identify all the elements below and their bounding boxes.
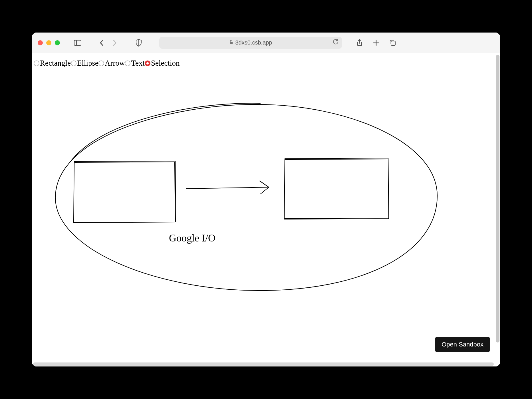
vertical-scrollbar[interactable] xyxy=(496,55,499,342)
svg-rect-5 xyxy=(391,41,395,45)
svg-rect-2 xyxy=(230,42,233,44)
titlebar-right-icons xyxy=(356,39,397,47)
svg-line-6 xyxy=(186,187,269,189)
minimize-window-button[interactable] xyxy=(46,40,51,45)
share-icon[interactable] xyxy=(356,39,364,47)
browser-window: 3dxs0.csb.app Rectangle E xyxy=(32,33,500,366)
sidebar-toggle-icon[interactable] xyxy=(74,39,82,47)
traffic-lights xyxy=(38,40,60,45)
drawing-canvas[interactable]: Google I/O xyxy=(32,53,500,366)
svg-rect-0 xyxy=(74,40,81,45)
open-sandbox-button[interactable]: Open Sandbox xyxy=(435,337,490,352)
lock-icon xyxy=(229,40,233,46)
browser-titlebar: 3dxs0.csb.app xyxy=(32,33,500,53)
tabs-overview-icon[interactable] xyxy=(389,39,397,47)
horizontal-scrollbar[interactable] xyxy=(33,362,494,366)
forward-button-icon[interactable] xyxy=(111,39,119,47)
address-bar[interactable]: 3dxs0.csb.app xyxy=(159,37,342,49)
page-content: Rectangle Ellipse Arrow Text Selection xyxy=(32,53,500,366)
back-button-icon[interactable] xyxy=(98,39,106,47)
close-window-button[interactable] xyxy=(38,40,43,45)
canvas-text-label[interactable]: Google I/O xyxy=(169,232,215,244)
url-text: 3dxs0.csb.app xyxy=(235,39,272,46)
shield-icon[interactable] xyxy=(135,39,143,47)
reload-icon[interactable] xyxy=(333,39,338,46)
new-tab-icon[interactable] xyxy=(372,39,380,47)
maximize-window-button[interactable] xyxy=(55,40,60,45)
